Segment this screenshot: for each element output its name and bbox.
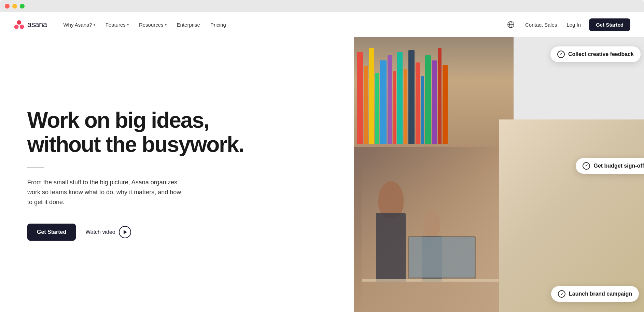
- chevron-down-icon: ▾: [94, 23, 95, 27]
- hero-subtext: From the small stuff to the big picture,…: [27, 178, 184, 207]
- person-seated-head: [423, 210, 440, 240]
- window-chrome: [0, 0, 644, 12]
- book: [421, 76, 424, 144]
- contact-sales-button[interactable]: Contact Sales: [524, 19, 558, 30]
- book: [438, 48, 442, 144]
- hero-left-panel: Work on big ideas, without the busywork.…: [0, 37, 354, 312]
- book: [357, 52, 363, 144]
- office-photo: [354, 37, 514, 312]
- art-studio-photo: [499, 119, 644, 312]
- nav-links: Why Asana? ▾ Features ▾ Resources ▾ Ente…: [59, 19, 230, 30]
- play-triangle-icon: [124, 230, 127, 234]
- svg-point-1: [14, 25, 19, 29]
- task-badge-collect: ✓ Collect creative feedback: [550, 46, 641, 62]
- hero-heading: Work on big ideas, without the busywork.: [27, 108, 327, 156]
- book: [364, 66, 368, 144]
- book: [380, 60, 387, 144]
- art-studio-image-right: [499, 119, 644, 312]
- nav-item-features[interactable]: Features ▾: [101, 19, 133, 30]
- desk-scene: [362, 161, 514, 312]
- maximize-button[interactable]: [20, 4, 25, 9]
- svg-point-0: [17, 20, 22, 25]
- nav-item-pricing[interactable]: Pricing: [206, 19, 230, 30]
- logo[interactable]: asana: [14, 19, 47, 30]
- book: [375, 73, 379, 144]
- person-standing-head: [378, 181, 404, 218]
- play-icon: [119, 226, 131, 238]
- person-standing-torso: [376, 213, 406, 282]
- language-selector-button[interactable]: [505, 18, 517, 31]
- navbar-left: asana Why Asana? ▾ Features ▾ Resources …: [14, 19, 230, 30]
- hero-actions: Get Started Watch video: [27, 224, 327, 241]
- laptop: [408, 236, 476, 279]
- hero-right-panel: ✓ Collect creative feedback ✓ Get budget…: [354, 37, 644, 312]
- task-badge-budget: ✓ Get budget sign-off: [576, 158, 644, 174]
- book: [393, 71, 396, 144]
- hero-divider: [27, 167, 44, 168]
- get-started-nav-button[interactable]: Get Started: [589, 18, 630, 31]
- book: [408, 50, 415, 144]
- chevron-down-icon: ▾: [165, 23, 167, 27]
- nav-item-resources[interactable]: Resources ▾: [135, 19, 171, 30]
- office-image-left: [354, 37, 514, 312]
- check-icon-collect: ✓: [557, 51, 565, 58]
- person-standing: [370, 176, 412, 282]
- laptop-screen: [409, 237, 475, 278]
- book: [416, 62, 420, 144]
- asana-logo-icon: [14, 19, 25, 30]
- close-button[interactable]: [5, 4, 10, 9]
- book: [443, 65, 448, 144]
- nav-item-why-asana[interactable]: Why Asana? ▾: [59, 19, 99, 30]
- bookshelf: [354, 37, 514, 147]
- browser-content: asana Why Asana? ▾ Features ▾ Resources …: [0, 12, 644, 312]
- navbar: asana Why Asana? ▾ Features ▾ Resources …: [0, 12, 644, 37]
- book: [425, 55, 431, 144]
- desk-surface: [362, 279, 514, 282]
- chevron-down-icon: ▾: [127, 23, 129, 27]
- nav-item-enterprise[interactable]: Enterprise: [173, 19, 204, 30]
- hero-section: Work on big ideas, without the busywork.…: [0, 37, 644, 312]
- book: [404, 69, 407, 144]
- watch-video-button[interactable]: Watch video: [85, 226, 131, 238]
- book: [432, 60, 437, 144]
- check-icon-budget: ✓: [583, 162, 590, 170]
- task-badge-launch: ✓ Launch brand campaign: [551, 286, 639, 302]
- navbar-right: Contact Sales Log In Get Started: [505, 18, 630, 31]
- minimize-button[interactable]: [12, 4, 17, 9]
- svg-point-2: [20, 25, 24, 29]
- hero-get-started-button[interactable]: Get Started: [27, 224, 76, 241]
- logo-text: asana: [27, 20, 47, 29]
- globe-icon: [507, 21, 515, 28]
- log-in-button[interactable]: Log In: [565, 19, 582, 30]
- check-icon-launch: ✓: [558, 290, 565, 298]
- book: [369, 48, 374, 144]
- book: [388, 55, 392, 144]
- book: [397, 52, 403, 144]
